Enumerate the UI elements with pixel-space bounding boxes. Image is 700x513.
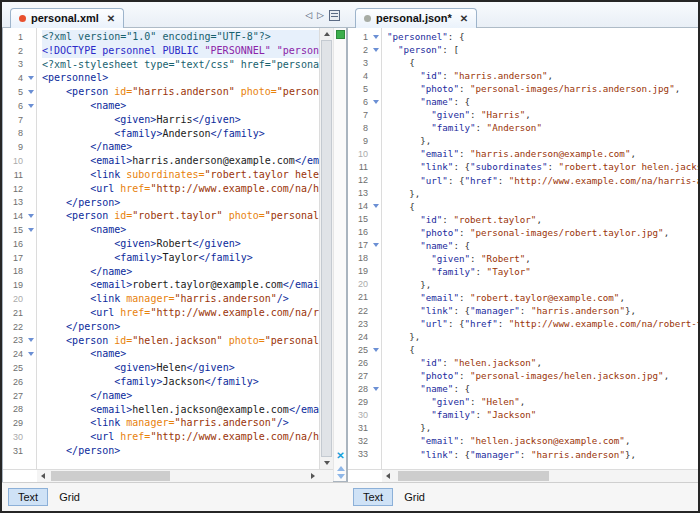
tab-personal-xml[interactable]: personal.xml ✕ <box>10 8 124 28</box>
code-line[interactable]: }, <box>387 421 700 434</box>
code-line[interactable]: <family>Anderson</family> <box>42 127 319 141</box>
previous-marker-icon[interactable] <box>337 466 345 471</box>
fold-toggle-icon[interactable] <box>373 243 379 247</box>
code-line[interactable]: <link manager="harris.anderson"/> <box>42 292 319 306</box>
nav-forward-icon[interactable]: ▷ <box>317 11 324 20</box>
editor-list-icon[interactable] <box>329 10 340 21</box>
code-line[interactable]: <person id="helen.jackson" photo="person… <box>42 334 319 348</box>
code-line[interactable]: </person> <box>42 196 319 210</box>
code-line[interactable]: "name": { <box>387 382 700 395</box>
code-line[interactable]: <given>Harris</given> <box>42 113 319 127</box>
code-line[interactable]: "id": "robert.taylor", <box>387 213 700 226</box>
scroll-left-icon[interactable] <box>382 470 394 482</box>
nav-back-icon[interactable]: ◁ <box>305 11 312 20</box>
code-line[interactable]: <url href="http://www.example.com/na/har… <box>42 182 319 196</box>
xml-code-area[interactable]: <?xml version="1.0" encoding="UTF-8"?><!… <box>37 28 319 469</box>
code-line[interactable]: <name> <box>42 99 319 113</box>
fold-toggle-icon[interactable] <box>28 338 34 342</box>
code-line[interactable]: <family>Taylor</family> <box>42 251 319 265</box>
fold-toggle-icon[interactable] <box>373 100 379 104</box>
horizontal-scroll-thumb[interactable] <box>398 471 549 481</box>
code-line[interactable]: "person": [ <box>387 43 700 56</box>
horizontal-scroll-thumb[interactable] <box>51 471 169 481</box>
code-line[interactable]: "given": "Harris", <box>387 108 700 121</box>
horizontal-scrollbar[interactable] <box>382 470 700 482</box>
code-line[interactable]: <given>Helen</given> <box>42 361 319 375</box>
code-line[interactable]: { <box>387 56 700 69</box>
code-line[interactable]: { <box>387 343 700 356</box>
fold-toggle-icon[interactable] <box>28 76 34 80</box>
code-line[interactable]: "given": "Robert", <box>387 252 700 265</box>
code-line[interactable]: </name> <box>42 140 319 154</box>
scroll-right-icon[interactable] <box>307 470 319 482</box>
vertical-scrollbar[interactable] <box>319 28 333 469</box>
code-line[interactable]: <personnel> <box>42 71 319 85</box>
close-tab-icon[interactable]: ✕ <box>460 13 468 24</box>
fold-toggle-icon[interactable] <box>373 48 379 52</box>
tab-personal-json[interactable]: personal.json* ✕ <box>355 8 477 28</box>
code-line[interactable]: <url href="http://www.example.com/na/rob… <box>42 306 319 320</box>
code-line[interactable]: <person id="harris.anderson" photo="pers… <box>42 85 319 99</box>
code-line[interactable]: </name> <box>42 265 319 279</box>
code-line[interactable]: }, <box>387 278 700 291</box>
fold-toggle-icon[interactable] <box>28 214 34 218</box>
tab-grid-mode[interactable]: Grid <box>395 489 434 505</box>
code-line[interactable]: "email": "hellen.jackson@example.com", <box>387 434 700 447</box>
code-line[interactable]: </person> <box>42 320 319 334</box>
json-code-area[interactable]: "personnel": { "person": [ { "id": "harr… <box>382 28 700 469</box>
code-line[interactable]: "photo": "personal-images/helen.jackson.… <box>387 369 700 382</box>
code-line[interactable]: "personnel": { <box>387 30 700 43</box>
code-line[interactable]: }, <box>387 330 700 343</box>
close-tab-icon[interactable]: ✕ <box>107 13 115 24</box>
code-line[interactable]: "id": "helen.jackson", <box>387 356 700 369</box>
code-line[interactable]: }, <box>387 187 700 200</box>
vertical-scroll-thumb[interactable] <box>321 40 332 457</box>
code-line[interactable]: "family": "Taylor" <box>387 265 700 278</box>
code-line[interactable]: <url href="http://www.example.com/na/hel… <box>42 430 319 444</box>
code-line[interactable]: <given>Robert</given> <box>42 237 319 251</box>
code-line[interactable]: <person id="robert.taylor" photo="person… <box>42 209 319 223</box>
fold-toggle-icon[interactable] <box>373 348 379 352</box>
code-line[interactable]: { <box>387 200 700 213</box>
code-line[interactable]: "id": "harris.anderson", <box>387 69 700 82</box>
code-line[interactable]: </person> <box>42 444 319 458</box>
code-line[interactable]: "name": { <box>387 239 700 252</box>
code-line[interactable]: }, <box>387 134 700 147</box>
code-line[interactable]: <email>harris.anderson@example.com</emai… <box>42 154 319 168</box>
code-line[interactable]: "email": "robert.taylor@example.com", <box>387 291 700 304</box>
fold-toggle-icon[interactable] <box>373 387 379 391</box>
horizontal-scrollbar[interactable] <box>37 470 319 482</box>
code-line[interactable]: "link": {"subordinates": "robert.taylor … <box>387 160 700 173</box>
fold-toggle-icon[interactable] <box>373 204 379 208</box>
code-line[interactable]: <name> <box>42 347 319 361</box>
code-line[interactable]: "url": {"href": "http://www.example.com/… <box>387 317 700 330</box>
tab-text-mode[interactable]: Text <box>353 488 393 506</box>
code-line[interactable]: <link subordinates="robert.taylor helen.… <box>42 168 319 182</box>
code-line[interactable]: </name> <box>42 389 319 403</box>
fold-toggle-icon[interactable] <box>28 90 34 94</box>
code-line[interactable]: <email>hellen.jackson@example.com</email… <box>42 403 319 417</box>
code-line[interactable]: <?xml version="1.0" encoding="UTF-8"?> <box>42 30 319 44</box>
scroll-left-icon[interactable] <box>37 470 49 482</box>
code-line[interactable]: "email": "harris.anderson@example.com", <box>387 147 700 160</box>
code-line[interactable]: <name> <box>42 223 319 237</box>
clear-highlights-icon[interactable]: ✕ <box>335 451 346 461</box>
code-line[interactable]: <family>Jackson</family> <box>42 375 319 389</box>
fold-toggle-icon[interactable] <box>28 104 34 108</box>
tab-grid-mode[interactable]: Grid <box>50 489 89 505</box>
tab-text-mode[interactable]: Text <box>8 488 48 506</box>
code-line[interactable]: "family": "Anderson" <box>387 121 700 134</box>
scroll-up-icon[interactable] <box>320 28 333 40</box>
code-line[interactable]: "family": "Jackson" <box>387 408 700 421</box>
code-line[interactable]: "link": {"manager": "harris.anderson"}, <box>387 448 700 461</box>
code-line[interactable]: <link manager="harris.anderson"/> <box>42 416 319 430</box>
code-line[interactable]: "url": {"href": "http://www.example.com/… <box>387 174 700 187</box>
code-line[interactable]: "given": "Helen", <box>387 395 700 408</box>
code-line[interactable]: "photo": "personal-images/robert.taylor.… <box>387 226 700 239</box>
next-marker-icon[interactable] <box>337 474 345 479</box>
code-line[interactable]: "link": {"manager": "harris.anderson"}, <box>387 304 700 317</box>
code-line[interactable]: "photo": "personal-images/harris.anderso… <box>387 82 700 95</box>
code-line[interactable]: <email>robert.taylor@example.com</email> <box>42 278 319 292</box>
code-line[interactable]: <!DOCTYPE personnel PUBLIC "PERSONNEL" "… <box>42 44 319 58</box>
code-line[interactable]: "name": { <box>387 95 700 108</box>
